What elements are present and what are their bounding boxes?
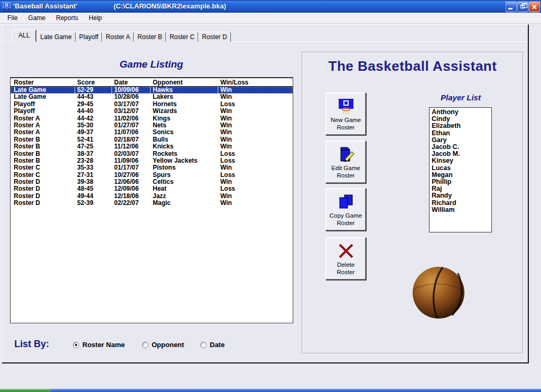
radio-roster-name-label: Roster Name [82,341,125,349]
player-list-item[interactable]: Kinsey [432,157,491,164]
player-list-item[interactable]: Lucas [432,165,491,172]
player-list-item[interactable]: Richard [432,200,491,207]
player-list[interactable]: Anthony Cindy Elizabeth Ethan Gary Jacob… [429,107,492,232]
radio-roster-name[interactable]: Roster Name [73,341,125,349]
player-list-item[interactable]: Randy [432,192,491,199]
cell-opponent: Spurs [153,172,171,179]
restore-button[interactable] [517,2,528,12]
cell-date: 11/12/06 [114,143,138,150]
new-game-roster-button[interactable]: New Game Roster [325,92,366,135]
assistant-panel-border: The Basketball Assistant New Game Roster [302,52,523,353]
tab-roster-d[interactable]: Roster D [198,32,230,42]
column-header-winloss[interactable]: Win/Loss [220,79,248,86]
column-header-score[interactable]: Score [77,79,95,86]
table-row[interactable]: Roster D 48-45 12/09/06 Heat Loss [11,185,293,192]
cell-winloss: Win [220,193,232,200]
table-row[interactable]: Roster A 44-42 11/02/06 Kings Win [11,115,293,122]
cell-roster: Roster B [14,157,40,164]
cell-roster: Playoff [14,101,35,108]
menu-file[interactable]: File [3,13,22,23]
cell-opponent: Heat [153,185,166,192]
column-header-date[interactable]: Date [114,79,128,86]
cell-opponent: Pistons [153,164,175,171]
radio-date-label: Date [210,341,225,349]
player-list-item[interactable]: Ethan [432,130,491,137]
cell-date: 10/27/06 [114,172,139,179]
cell-score: 44-40 [77,108,94,115]
table-row[interactable]: Roster B 23-28 11/09/06 Yellow Jackets L… [11,157,293,164]
delete-roster-label: Delete Roster [329,262,363,276]
game-listing-title: Game Listing [10,59,293,70]
menu-game[interactable]: Game [24,13,50,23]
cell-winloss: Win [220,129,232,136]
taskbar-strip[interactable] [50,389,541,392]
cell-score: 29-45 [77,101,94,108]
tab-all[interactable]: ALL [12,30,36,42]
close-button[interactable]: ✕ [529,2,540,12]
cell-opponent: Rockets [153,151,178,157]
cell-date: 12/18/06 [114,193,139,200]
cell-score: 39-38 [77,179,94,185]
player-list-item[interactable]: William [432,207,491,213]
menu-reports[interactable]: Reports [52,13,82,23]
start-button-sliver[interactable] [0,389,50,392]
tab-late-game[interactable]: Late Game [36,32,75,42]
table-row[interactable]: Roster A 35-30 01/27/07 Nets Win [11,122,293,129]
tab-roster-c[interactable]: Roster C [166,32,198,42]
cell-winloss: Win [220,136,232,143]
table-row[interactable]: Roster B 38-37 02/03/07 Rockets Loss [11,151,293,157]
column-header-roster[interactable]: Roster [14,79,34,86]
radio-opponent[interactable]: Opponent [142,341,184,349]
player-list-item[interactable]: Elizabeth [432,123,491,129]
cell-date: 11/07/06 [114,129,138,136]
copy-pages-icon [336,192,356,212]
table-row[interactable]: Late Game 44-43 10/28/06 Lakers Win [11,94,293,100]
client-area: ALL Late Game Playoff Roster A Roster B … [2,24,529,363]
column-header-opponent[interactable]: Opponent [153,79,183,86]
cell-winloss: Win [220,115,232,122]
table-row[interactable]: Roster B 47-25 11/12/06 Knicks Win [11,143,293,150]
cell-score: 27-31 [77,172,94,179]
table-row[interactable]: Roster A 49-37 11/07/06 Sonics Win [11,129,293,136]
menu-help[interactable]: Help [85,13,106,23]
cell-date: 03/12/07 [114,108,139,115]
tab-roster-b[interactable]: Roster B [134,32,166,42]
cell-winloss: Loss [220,151,235,157]
table-row[interactable]: Playoff 44-40 03/12/07 Wizards Win [11,108,293,115]
table-row[interactable]: Roster D 49-44 12/18/06 Jazz Win [11,193,293,200]
cell-roster: Roster B [14,151,40,157]
table-row[interactable]: Roster C 35-33 01/17/07 Pistons Win [11,164,293,171]
cell-score: 49-37 [77,129,94,136]
edit-game-roster-button[interactable]: Edit Game Roster [325,141,366,183]
table-row[interactable]: Roster D 52-39 02/22/07 Magic Win [11,200,293,207]
cell-roster: Roster A [14,122,40,129]
minimize-button[interactable] [506,2,517,12]
cell-opponent: Hornets [153,101,176,108]
cell-roster: Roster D [14,185,40,192]
tab-strip: ALL Late Game Playoff Roster A Roster B … [12,30,231,42]
cell-opponent: Kings [153,115,170,122]
table-row[interactable]: Roster B 52-41 02/18/07 Bulls Win [11,136,293,143]
restore-icon [520,5,525,8]
radio-date[interactable]: Date [200,341,225,349]
cell-score: 23-28 [77,157,94,164]
cell-score: 44-43 [77,94,94,100]
edit-pencil-icon [336,145,356,165]
cell-roster: Roster D [14,193,40,200]
cell-date: 03/17/07 [114,101,139,108]
cell-roster: Late Game [14,94,46,100]
table-row[interactable]: Roster C 27-31 10/27/06 Spurs Loss [11,172,293,179]
table-row[interactable]: Roster D 39-38 12/06/06 Celtics Win [11,179,293,185]
game-listing-table: Roster Score Date Opponent Win/Loss Late… [10,77,293,323]
delete-roster-button[interactable]: Delete Roster [325,237,366,280]
copy-game-roster-button[interactable]: Copy Game Roster [325,188,366,231]
cell-opponent: Bulls [153,136,168,143]
cell-opponent: Nets [153,122,166,129]
table-row[interactable]: Playoff 29-45 03/17/07 Hornets Loss [11,101,293,108]
tab-playoff[interactable]: Playoff [76,32,102,42]
tab-roster-a[interactable]: Roster A [102,32,134,42]
cell-date: 02/03/07 [114,151,139,157]
table-row[interactable]: Late Game 52-29 10/09/06 Hawks Win [11,87,293,94]
cell-winloss: Win [220,143,232,150]
list-by-label: List By: [14,339,49,350]
